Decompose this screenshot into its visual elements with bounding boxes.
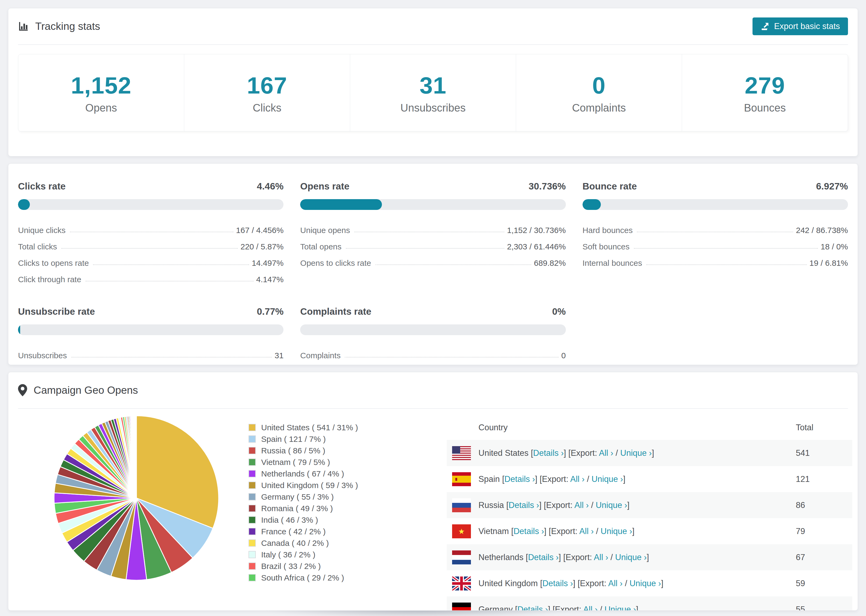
- rate-card: Complaints rate0%Complaints0: [300, 306, 565, 361]
- stat-label: Bounces: [744, 102, 786, 114]
- total-cell: 67: [796, 553, 852, 562]
- country-name: United Kingdom: [479, 579, 540, 588]
- rate-value: 0.77%: [257, 306, 283, 317]
- country-links: Spain [Details ›] [Export: All › / Uniqu…: [479, 475, 625, 484]
- rate-progress-fill: [18, 324, 20, 335]
- export-unique-link[interactable]: Unique ›: [615, 553, 647, 562]
- legend-item[interactable]: Brazil ( 33 / 2% ): [249, 560, 358, 572]
- link-separator: /: [623, 579, 630, 588]
- rate-metric-row: Unsubscribes31: [18, 344, 283, 361]
- country-name: United States: [479, 448, 531, 458]
- metric-value: 220 / 5.87%: [241, 242, 283, 251]
- details-link[interactable]: Details ›: [528, 553, 559, 562]
- export-all-link[interactable]: All ›: [579, 526, 594, 536]
- page-title: Tracking stats: [35, 20, 100, 32]
- total-column-header: Total: [796, 423, 852, 432]
- stat-value: 31: [420, 72, 446, 99]
- rate-value: 30.736%: [529, 181, 565, 192]
- legend-label: South Africa ( 29 / 2% ): [261, 573, 344, 582]
- export-all-link[interactable]: All ›: [583, 605, 597, 611]
- export-unique-link[interactable]: Unique ›: [620, 448, 652, 458]
- legend-item[interactable]: Russia ( 86 / 5% ): [249, 445, 358, 456]
- export-all-link[interactable]: All ›: [608, 579, 622, 588]
- rate-metric-row: Soft bounces18 / 0%: [583, 236, 848, 252]
- export-all-link[interactable]: All ›: [575, 500, 589, 510]
- link-separator: /: [589, 500, 596, 510]
- details-link[interactable]: Details ›: [518, 605, 548, 611]
- legend-swatch: [249, 551, 256, 558]
- rate-metrics-list: Hard bounces242 / 86.738%Soft bounces18 …: [583, 219, 848, 268]
- legend-item[interactable]: Italy ( 36 / 2% ): [249, 549, 358, 560]
- legend-label: Germany ( 55 / 3% ): [261, 492, 334, 501]
- legend-item[interactable]: United States ( 541 / 31% ): [249, 422, 358, 433]
- export-unique-link[interactable]: Unique ›: [591, 475, 623, 484]
- export-unique-link[interactable]: Unique ›: [596, 500, 627, 510]
- rate-card-header: Opens rate30.736%: [300, 181, 565, 192]
- link-separator: /: [585, 475, 592, 484]
- export-prefix: Export:: [555, 605, 581, 611]
- rate-title: Clicks rate: [18, 181, 66, 192]
- legend-item[interactable]: Romania ( 49 / 3% ): [249, 503, 358, 514]
- details-link[interactable]: Details ›: [513, 526, 544, 536]
- export-prefix: Export:: [546, 500, 573, 510]
- metric-label: Unique opens: [300, 226, 350, 235]
- country-flag-icon: [447, 472, 479, 486]
- export-prefix: Export:: [571, 448, 597, 458]
- export-unique-link[interactable]: Unique ›: [630, 579, 661, 588]
- divider: [18, 44, 848, 45]
- legend-swatch: [249, 459, 256, 466]
- rates-grid: Clicks rate4.46%Unique clicks167 / 4.456…: [8, 164, 858, 361]
- legend-item[interactable]: Netherlands ( 67 / 4% ): [249, 468, 358, 479]
- rate-card-header: Complaints rate0%: [300, 306, 565, 317]
- legend-item[interactable]: United Kingdom ( 59 / 3% ): [249, 479, 358, 491]
- legend-item[interactable]: Spain ( 121 / 7% ): [249, 433, 358, 445]
- legend-swatch: [249, 482, 256, 489]
- country-flag-icon: [447, 524, 479, 538]
- legend-item[interactable]: India ( 46 / 3% ): [249, 514, 358, 526]
- country-flag-icon: [447, 577, 479, 591]
- metric-label: Unsubscribes: [18, 351, 67, 360]
- export-basic-stats-button[interactable]: Export basic stats: [753, 17, 848, 35]
- details-link[interactable]: Details ›: [505, 475, 535, 484]
- metric-label: Clicks to opens rate: [18, 259, 89, 268]
- legend-label: Brazil ( 33 / 2% ): [261, 562, 321, 571]
- legend-label: Vietnam ( 79 / 5% ): [261, 458, 330, 467]
- details-link[interactable]: Details ›: [542, 579, 573, 588]
- export-all-link[interactable]: All ›: [570, 475, 584, 484]
- rate-metric-row: Opens to clicks rate689.82%: [300, 252, 565, 268]
- export-unique-link[interactable]: Unique ›: [601, 526, 632, 536]
- total-cell: 59: [796, 579, 852, 588]
- export-unique-link[interactable]: Unique ›: [605, 605, 636, 611]
- metric-value: 689.82%: [534, 259, 565, 268]
- country-links: Netherlands [Details ›] [Export: All › /…: [479, 553, 649, 562]
- geo-table-row: Spain [Details ›] [Export: All › / Uniqu…: [447, 466, 852, 492]
- stat-label: Clicks: [253, 102, 282, 114]
- legend-item[interactable]: France ( 42 / 2% ): [249, 526, 358, 537]
- country-name: Vietnam: [479, 526, 511, 536]
- country-cell: Spain [Details ›] [Export: All › / Uniqu…: [447, 472, 796, 486]
- geo-pie-chart[interactable]: [50, 412, 222, 584]
- rate-metrics-list: Unique clicks167 / 4.456%Total clicks220…: [18, 219, 283, 284]
- dotted-leader: [634, 248, 818, 248]
- rate-title: Complaints rate: [300, 306, 372, 317]
- metric-label: Internal bounces: [583, 259, 642, 268]
- total-cell: 86: [796, 500, 852, 510]
- metric-value: 14.497%: [252, 259, 283, 268]
- geo-table-row: Russia [Details ›] [Export: All › / Uniq…: [447, 492, 852, 518]
- legend-item[interactable]: Canada ( 40 / 2% ): [249, 537, 358, 549]
- dotted-leader: [93, 264, 249, 265]
- rate-metric-row: Total opens2,303 / 61.446%: [300, 236, 565, 252]
- link-separator: /: [598, 605, 605, 611]
- rate-metric-row: Internal bounces19 / 6.81%: [583, 252, 848, 268]
- legend-swatch: [249, 435, 256, 443]
- details-link[interactable]: Details ›: [509, 500, 539, 510]
- legend-item[interactable]: South Africa ( 29 / 2% ): [249, 572, 358, 583]
- export-all-link[interactable]: All ›: [599, 448, 613, 458]
- details-link[interactable]: Details ›: [533, 448, 564, 458]
- legend-item[interactable]: Vietnam ( 79 / 5% ): [249, 456, 358, 468]
- legend-item[interactable]: Germany ( 55 / 3% ): [249, 491, 358, 503]
- legend-swatch: [249, 516, 256, 523]
- export-all-link[interactable]: All ›: [594, 553, 608, 562]
- stat-value: 0: [592, 72, 606, 99]
- legend-swatch: [249, 563, 256, 570]
